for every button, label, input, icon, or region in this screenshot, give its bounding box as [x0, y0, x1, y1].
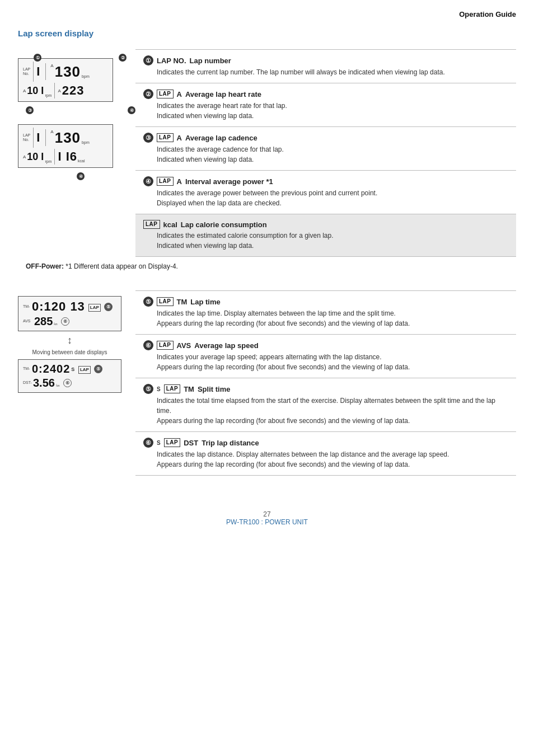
left-displays-top: ① ② LAPNo. I A 130 [18, 49, 135, 257]
item-cal-prefix: kcal [163, 220, 177, 229]
item5b-prefix: TM [184, 385, 194, 393]
footer-link[interactable]: PW-TR100 : POWER UNIT [226, 518, 308, 526]
operation-guide-title: Operation Guide [459, 10, 516, 18]
item6b-title: Trip lap distance [202, 439, 259, 447]
km-unit-2: ㎞ [56, 383, 60, 388]
lap-badge-display3: LAP [88, 304, 101, 312]
display-A2-label: A [23, 88, 26, 93]
lap-badge-display4: LAP [78, 366, 91, 374]
display-130: 130 [55, 63, 81, 81]
display-A5-label: A [23, 154, 26, 159]
display-285: 285 [34, 315, 53, 327]
item6b-desc: Indicates the lap distance. Display alte… [143, 449, 510, 469]
badge-5b: ⑤ [143, 384, 153, 394]
item5b-title: Split time [198, 385, 231, 393]
ann-circle-5b: ⑤ [94, 365, 102, 373]
display-A3-label: A [58, 88, 60, 93]
page-header: Operation Guide [0, 0, 534, 18]
display-1: ① ② LAPNo. I A 130 [18, 58, 135, 102]
display-10I: 10 I [27, 85, 44, 97]
item1-desc: Indicates the current lap number. The la… [143, 67, 510, 77]
avs-label: AVS [23, 319, 32, 323]
item3-desc: Indicates the average cadence for that l… [143, 144, 510, 165]
display-A4-label: A [50, 129, 53, 134]
item5-prefix: TM [177, 298, 188, 306]
bpm-unit: bpm [82, 74, 90, 78]
desc-row-6b: ⑥ S LAP DST Trip lap distance Indicates … [135, 432, 516, 476]
km-unit-1: ㎞ [54, 321, 58, 327]
ann-4b: ④ [77, 172, 85, 180]
lap-badge-3: LAP [157, 133, 174, 142]
ann-4: ④ [128, 106, 135, 114]
badge-3: ③ [143, 133, 153, 143]
item1-title: Lap number [190, 57, 231, 65]
display-box-3: TM- 0:120 13 LAP ⑤ AVS 285 ㎞ [18, 296, 121, 331]
desc-row-5: ⑤ LAP TM Lap time Indicates the lap time… [135, 291, 516, 335]
item5-title: Lap time [190, 298, 220, 306]
display-box-4: TM- 0:2402 S LAP ⑤ DST- 3.56 [18, 359, 121, 393]
bpm-unit-2: bpm [82, 140, 90, 144]
item3-prefix: A [177, 134, 182, 142]
ann-circle-6a: ⑥ [61, 317, 69, 326]
display-356: 3.56 [33, 377, 55, 389]
lap-badge-6: LAP [157, 341, 174, 350]
lap-badge-5b: LAP [164, 384, 181, 393]
lap-badge-6b: LAP [164, 438, 181, 447]
desc-row-5b: ⑤ S LAP TM Split time Indicates the tota… [135, 378, 516, 432]
display-116: I I6 [58, 149, 77, 164]
item4-title: Interval average power *1 [185, 177, 273, 186]
ann-circle-5a: ⑤ [104, 303, 113, 311]
s-prefix-6b: S [157, 440, 161, 446]
ann-3: ③ [26, 106, 34, 114]
display-I2: I [36, 130, 40, 145]
s-prefix-5b: S [157, 386, 161, 392]
desc-row-cal: LAP kcal Lap calorie consumption Indicat… [135, 214, 516, 257]
item6-desc: Indicates your average lap speed; appear… [143, 352, 510, 372]
arrow-down-container: ↕ Moving between date displays [18, 335, 121, 356]
display-A-label: A [50, 63, 53, 68]
tm-label: TM- [23, 304, 32, 309]
left-displays-bottom: TM- 0:120 13 LAP ⑤ AVS 285 ㎞ [18, 290, 135, 476]
desc-row-2: ② LAP A Average lap heart rate Indicates… [135, 83, 516, 127]
dst-label: DST- [23, 381, 32, 385]
item2-prefix: A [177, 90, 182, 98]
ann-circle-6b: ⑥ [63, 379, 72, 387]
item4-desc: Indicates the average power between the … [143, 188, 510, 208]
lap-badge-5: LAP [157, 297, 174, 306]
display-time-1: 0:120 13 [32, 299, 85, 314]
lap-badge-cal: LAP [143, 220, 160, 229]
page-number: 27 [263, 510, 270, 518]
page-footer: 27 PW-TR100 : POWER UNIT [0, 505, 534, 532]
display-time-2: 0:2402 [32, 363, 70, 375]
display-2: LAPNo. I A 130 bpm [18, 124, 135, 168]
desc-row-3: ③ LAP A Average lap cadence Indicates th… [135, 127, 516, 171]
moving-label: Moving between date displays [18, 349, 121, 356]
item1-lapno: LAP NO. [157, 57, 186, 65]
item2-desc: Indicates the average heart rate for tha… [143, 101, 510, 121]
lap-no-label: LAPNo. [23, 67, 30, 77]
item2-title: Average lap heart rate [185, 90, 261, 98]
badge-1: ① [143, 55, 153, 65]
ann-1: ① [34, 54, 41, 62]
display-130-2: 130 [55, 129, 81, 147]
item5-desc: Indicates the lap time. Display alternat… [143, 308, 510, 328]
desc-row-4: ④ LAP A Interval average power *1 Indica… [135, 171, 516, 214]
display-10I-2: 10 I [27, 151, 44, 163]
badge-5: ⑤ [143, 297, 153, 307]
desc-row-6: ⑥ LAP AVS Average lap speed Indicates yo… [135, 335, 516, 378]
item6b-prefix: DST [184, 439, 198, 447]
rpm-unit: rpm [45, 93, 51, 97]
item6-title: Average lap speed [194, 341, 258, 350]
badge-6: ⑥ [143, 340, 153, 350]
display-box-2: LAPNo. I A 130 bpm [18, 124, 113, 168]
ann-2: ② [119, 54, 127, 62]
display-val-I: I [36, 64, 40, 79]
right-descriptions-bottom: ⑤ LAP TM Lap time Indicates the lap time… [135, 290, 516, 476]
lap-badge-4: LAP [157, 177, 174, 186]
item5b-desc: Indicates the total time elapsed from th… [143, 396, 510, 426]
badge-2: ② [143, 89, 153, 99]
item-cal-title: Lap calorie consumption [181, 220, 267, 229]
badge-6b: ⑥ [143, 438, 153, 448]
lap-no-label-2: LAPNo. [23, 133, 30, 143]
off-power-note: OFF-Power: *1 Different data appear on D… [26, 259, 516, 274]
